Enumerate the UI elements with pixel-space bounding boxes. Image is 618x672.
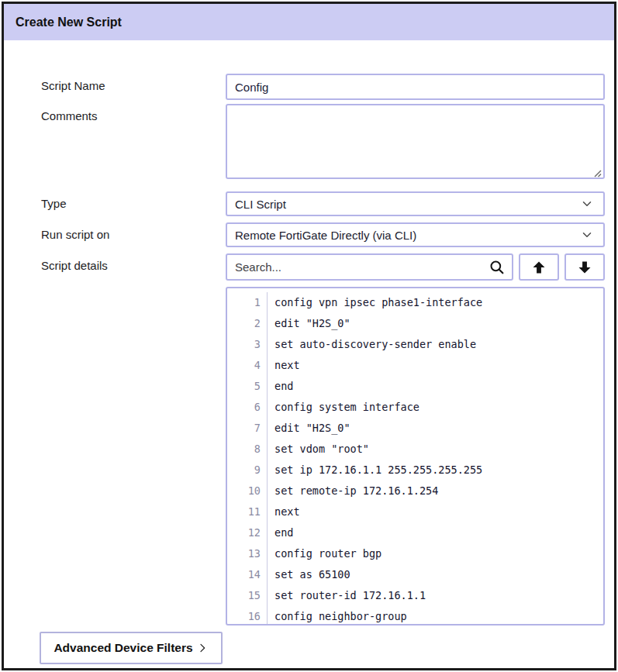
script-details-label: Script details [4,253,226,272]
script-name-row: Script Name [4,74,605,100]
type-select[interactable]: CLI Script [226,191,605,216]
code-line[interactable]: 11next [227,501,603,522]
type-select-value: CLI Script [235,198,286,211]
code-line[interactable]: 15set router-id 172.16.1.1 [227,585,603,606]
line-number: 6 [227,397,268,418]
script-details-row: Script details [4,253,605,281]
code-line[interactable]: 6config system interface [227,397,603,418]
code-text: set ip 172.16.1.1 255.255.255.255 [268,460,482,481]
chevron-down-icon [580,197,594,211]
line-number: 14 [227,564,268,585]
script-search-box [226,253,513,281]
line-number: 13 [227,543,268,564]
line-number: 3 [227,334,268,355]
code-line[interactable]: 4next [227,355,603,376]
code-text: next [268,501,300,522]
advanced-device-filters-button[interactable]: Advanced Device Filters [40,632,223,664]
code-text: set remote-ip 172.16.1.254 [268,481,438,501]
line-number: 16 [227,606,268,625]
code-line[interactable]: 7edit "H2S_0" [227,418,603,439]
dialog-titlebar: Create New Script [4,4,614,40]
line-number: 8 [227,439,268,460]
dialog-title: Create New Script [16,16,122,29]
code-text: edit "H2S_0" [268,418,350,439]
script-name-label: Script Name [4,74,226,92]
cli-script-editor[interactable]: 1config vpn ipsec phase1-interface2edit … [226,287,605,625]
code-text: set auto-discovery-sender enable [268,334,476,355]
code-line[interactable]: 16config neighbor-group [227,606,603,625]
search-previous-button[interactable] [519,253,559,281]
line-number: 15 [227,585,268,606]
code-editor-spacer [4,287,226,292]
code-text: set router-id 172.16.1.1 [268,585,426,606]
line-number: 10 [227,481,268,501]
code-text: config router bgp [268,543,382,564]
code-editor-row: 1config vpn ipsec phase1-interface2edit … [4,287,605,625]
chevron-down-icon [580,228,594,242]
code-line[interactable]: 10set remote-ip 172.16.1.254 [227,481,603,501]
code-line[interactable]: 9set ip 172.16.1.1 255.255.255.255 [227,460,603,481]
line-number: 1 [227,292,268,313]
script-search-input[interactable] [233,260,489,274]
line-number: 7 [227,418,268,439]
create-new-script-dialog: Create New Script Script Name Comments T… [2,2,616,670]
line-number: 12 [227,522,268,543]
advanced-device-filters-label: Advanced Device Filters [54,641,192,655]
arrow-up-icon [531,260,547,275]
code-text: config neighbor-group [268,606,407,625]
code-line[interactable]: 12end [227,522,603,543]
code-line[interactable]: 8set vdom "root" [227,439,603,460]
script-name-input[interactable] [226,74,605,100]
code-text: config system interface [268,397,419,418]
line-number: 4 [227,355,268,376]
run-script-on-select-value: Remote FortiGate Directly (via CLI) [235,229,416,242]
comments-label: Comments [4,104,226,122]
chevron-right-icon [196,642,209,654]
code-text: end [268,376,293,397]
line-number: 9 [227,460,268,481]
line-number: 2 [227,313,268,334]
line-number: 5 [227,376,268,397]
arrow-down-icon [577,260,592,275]
comments-row: Comments [4,104,605,182]
code-line[interactable]: 14set as 65100 [227,564,603,585]
search-icon[interactable] [489,259,506,276]
dialog-content: Script Name Comments Type CLI Script [4,40,614,664]
search-next-button[interactable] [564,253,605,281]
run-script-on-row: Run script on Remote FortiGate Directly … [4,222,605,247]
line-number: 11 [227,501,268,522]
code-text: set vdom "root" [268,439,369,460]
code-text: edit "H2S_0" [268,313,350,334]
code-line[interactable]: 2edit "H2S_0" [227,313,603,334]
code-text: config vpn ipsec phase1-interface [268,292,482,313]
run-script-on-select[interactable]: Remote FortiGate Directly (via CLI) [226,222,605,247]
type-row: Type CLI Script [4,191,605,216]
code-line[interactable]: 13config router bgp [227,543,603,564]
code-text: next [268,355,300,376]
comments-textarea[interactable] [226,104,605,179]
run-script-on-label: Run script on [4,222,226,241]
code-lines: 1config vpn ipsec phase1-interface2edit … [227,292,603,625]
code-line[interactable]: 1config vpn ipsec phase1-interface [227,292,603,313]
code-line[interactable]: 5end [227,376,603,397]
type-label: Type [4,191,226,210]
code-line[interactable]: 3set auto-discovery-sender enable [227,334,603,355]
code-text: end [268,522,293,543]
code-text: set as 65100 [268,564,350,585]
